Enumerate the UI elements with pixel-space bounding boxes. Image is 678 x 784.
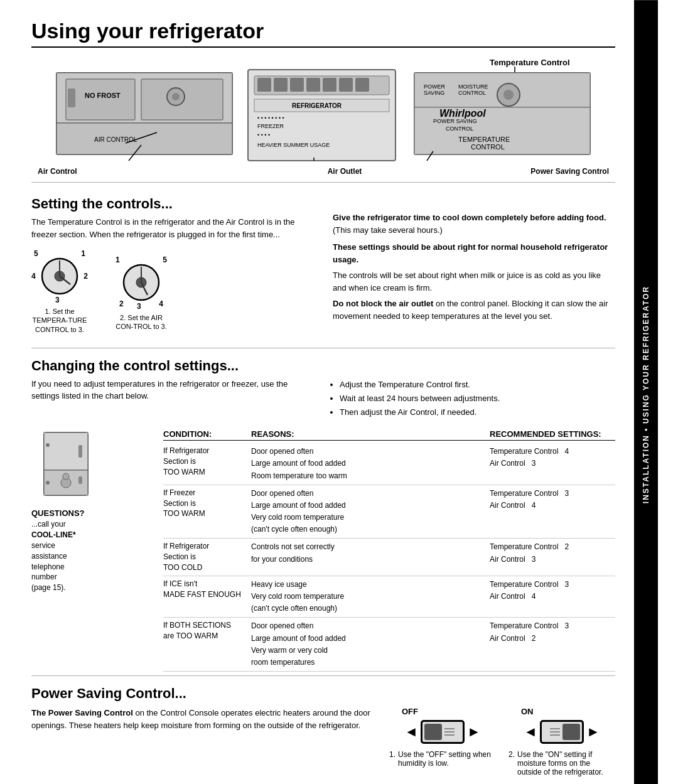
- td-condition-1: If RefrigeratorSection isTOO WARM: [163, 446, 251, 482]
- power-paragraph: The Power Saving Control on the Control …: [31, 707, 377, 731]
- td-settings-3: Temperature Control 2 Air Control 3: [490, 541, 615, 572]
- left-arrow-on: ◄: [524, 724, 537, 740]
- svg-text:REFRIGERATOR: REFRIGERATOR: [292, 102, 342, 109]
- right-para1-bold: Give the refrigerator time to cool down …: [333, 213, 606, 222]
- svg-rect-15: [257, 78, 271, 92]
- line2: [444, 731, 455, 733]
- questions-line1: ...call your: [31, 519, 163, 530]
- air-outlet-label: Air Outlet: [328, 167, 362, 176]
- td-condition-5: If BOTH SECTIONSare TOO WARM: [163, 620, 251, 669]
- questions-line5: telephone: [31, 562, 163, 572]
- svg-text:CONTROL: CONTROL: [458, 90, 486, 96]
- td-reasons-3: Controls not set correctly for your cond…: [251, 541, 490, 572]
- page-number: 5: [642, 766, 647, 776]
- line3: [550, 734, 560, 736]
- table-row-4: If ICE isn'tMADE FAST ENOUGH Heavy ice u…: [163, 576, 615, 618]
- changing-settings-title: Changing the control settings...: [31, 358, 615, 374]
- sidebar-tab: INSTALLATION • USING YOUR REFRIGERATOR: [634, 0, 658, 784]
- td-settings-4: Temperature Control 3 Air Control 4: [490, 579, 615, 615]
- on-switch-row: ◄ ►: [524, 720, 600, 744]
- on-switch-slider: [562, 724, 580, 740]
- questions-line6: number: [31, 572, 163, 583]
- off-switch-lines: [444, 728, 455, 736]
- changing-settings-left: If you need to adjust temperatures in th…: [31, 378, 317, 424]
- changing-bullets: Adjust the Temperature Control first. Wa…: [330, 378, 615, 419]
- power-on-item: ON ◄ ►: [508, 707, 615, 776]
- th-settings: RECOMMENDED SETTINGS:: [490, 429, 615, 439]
- on-instruction-row: 2. Use the "ON" setting if moisture form…: [508, 750, 615, 776]
- table-row-5: If BOTH SECTIONSare TOO WARM Door opened…: [163, 618, 615, 672]
- page-title: Using your refrigerator: [31, 19, 615, 48]
- line3: [444, 734, 455, 736]
- dial2-num4: 4: [159, 299, 163, 308]
- svg-text:POWER: POWER: [424, 83, 446, 90]
- bullet-3: Then adjust the Air Control, if needed.: [340, 405, 615, 419]
- svg-rect-57: [78, 476, 82, 484]
- air-control-label: Air Control: [38, 167, 77, 176]
- svg-text:FREEZER: FREEZER: [257, 123, 284, 129]
- changing-settings-right: Adjust the Temperature Control first. Wa…: [330, 378, 615, 424]
- td-condition-3: If RefrigeratorSection isTOO COLD: [163, 541, 251, 572]
- on-switch-body: [540, 720, 584, 744]
- svg-text:TEMPERATURE: TEMPERATURE: [458, 136, 510, 143]
- bullet-2: Wait at least 24 hours between adjustmen…: [340, 392, 615, 405]
- line1: [550, 728, 560, 729]
- right-para3-bold: Do not block the air outlet: [333, 299, 433, 308]
- off-instruction-text: Use the "OFF" setting when humidity is l…: [398, 750, 496, 768]
- power-saving-title: Power Saving Control...: [31, 685, 615, 702]
- dial2-num1: 1: [116, 255, 120, 264]
- svg-rect-21: [355, 78, 369, 92]
- dial1-num2: 2: [83, 272, 88, 281]
- setting-controls-right: Give the refrigerator time to cool down …: [333, 186, 615, 341]
- svg-text:SAVING: SAVING: [424, 90, 444, 96]
- dial2-num3: 3: [137, 302, 141, 311]
- svg-text:CONTROL: CONTROL: [446, 126, 473, 132]
- changing-para1: If you need to adjust temperatures in th…: [31, 378, 317, 402]
- svg-text:Whirlpool: Whirlpool: [439, 108, 486, 119]
- off-label: OFF: [389, 707, 418, 716]
- svg-text:Temperature Control: Temperature Control: [490, 58, 570, 67]
- dial1-num5: 5: [34, 249, 38, 258]
- th-reasons: REASONS:: [251, 429, 490, 439]
- dial1-svg: [31, 248, 88, 304]
- condition-layout: QUESTIONS? ...call your COOL-LINE* servi…: [31, 429, 615, 672]
- off-number: 1.: [389, 750, 396, 768]
- dial2-num5: 5: [163, 255, 167, 264]
- svg-rect-56: [78, 445, 82, 458]
- svg-text:POWER SAVING: POWER SAVING: [433, 118, 477, 124]
- right-arrow-on: ►: [586, 724, 600, 740]
- svg-point-61: [63, 473, 69, 480]
- line2: [550, 731, 560, 733]
- svg-text:NO FROST: NO FROST: [85, 92, 121, 99]
- power-left: The Power Saving Control on the Control …: [31, 707, 377, 735]
- dial2-num2: 2: [119, 299, 124, 308]
- off-switch-slider: [424, 724, 442, 740]
- right-arrow-off: ►: [467, 724, 481, 740]
- dial1-num3: 3: [55, 296, 60, 304]
- left-arrow-off: ◄: [404, 724, 418, 740]
- svg-point-9: [172, 93, 180, 100]
- dial-section: 5 1 4 2 3: [31, 248, 314, 334]
- right-heading: These settings should be about right for…: [333, 241, 615, 266]
- main-diagram: Temperature Control NO FROST AI: [31, 54, 615, 164]
- power-off-item: OFF ◄ ►: [389, 707, 496, 776]
- changing-settings-layout: If you need to adjust temperatures in th…: [31, 378, 615, 424]
- questions-line7: (page 15).: [31, 583, 163, 593]
- off-instruction-row: 1. Use the "OFF" setting when humidity i…: [389, 750, 496, 768]
- td-condition-4: If ICE isn'tMADE FAST ENOUGH: [163, 579, 251, 615]
- questions-line3: service: [31, 540, 163, 551]
- power-saving-label: Power Saving Control: [530, 167, 609, 176]
- svg-point-35: [503, 90, 514, 100]
- right-para1: Give the refrigerator time to cool down …: [333, 212, 615, 236]
- divider-3: [31, 675, 615, 676]
- off-switch-row: ◄ ►: [404, 720, 481, 744]
- svg-rect-17: [290, 78, 304, 92]
- questions-line4: assistance: [31, 551, 163, 562]
- svg-text:• • • • • • • •: • • • • • • • •: [257, 115, 284, 121]
- svg-rect-7: [68, 89, 75, 107]
- dial1-num4: 4: [31, 272, 36, 281]
- dial-item-2: 1 2 3 4 5 2. Set the: [113, 254, 170, 331]
- td-settings-1: Temperature Control 4 Air Control 3: [490, 446, 615, 482]
- on-label: ON: [508, 707, 534, 716]
- svg-text:AIR CONTROL: AIR CONTROL: [94, 136, 137, 143]
